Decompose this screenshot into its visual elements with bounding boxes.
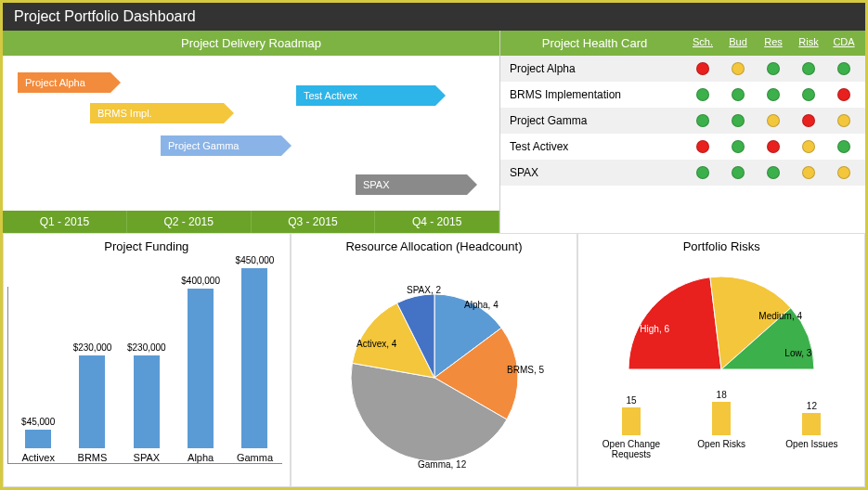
risk-bar-label: Open Issues (774, 439, 849, 459)
risk-bar-value: 15 (626, 395, 636, 406)
funding-title: Project Funding (4, 239, 290, 253)
bar-label: Activex (15, 452, 61, 463)
risks-gauge: High, 6 Medium, 4 Low, 3 (586, 263, 857, 383)
pie-label: BRMS, 5 (507, 365, 544, 375)
bar-value: $400,000 (181, 276, 220, 286)
quarter: Q1 - 2015 (3, 211, 127, 233)
gantt-bar-gamma: Project Gamma (161, 135, 281, 156)
bar-label: SPAX (123, 452, 170, 463)
status-dot (837, 166, 850, 179)
quarter: Q3 - 2015 (252, 211, 376, 233)
hc-project-name: Project Gamma (504, 114, 685, 127)
risk-bar: 12 (774, 401, 849, 435)
status-dot (802, 62, 815, 75)
status-dot (837, 88, 850, 101)
roadmap-title: Project Delivery Roadmap (3, 31, 499, 56)
gantt-bar-alpha: Project Alpha (18, 72, 110, 93)
status-dot (837, 62, 850, 75)
hc-col[interactable]: Sch. (685, 36, 720, 50)
status-dot (696, 166, 709, 179)
status-dot (767, 114, 780, 127)
risk-bar-value: 18 (717, 390, 727, 400)
status-dot (767, 140, 780, 153)
resource-title: Resource Allocation (Headcount) (291, 239, 577, 253)
pie-label: SPAX, 2 (407, 285, 441, 295)
healthcard-title: Project Health Card (504, 36, 685, 50)
risk-bar: 15 (594, 395, 668, 435)
pie-label: Gamma, 12 (418, 459, 467, 470)
hc-row: BRMS Implementation (500, 82, 865, 108)
bar-value: $45,000 (21, 417, 55, 427)
hc-project-name: SPAX (504, 166, 685, 179)
hc-row: Project Alpha (500, 56, 865, 82)
resource-panel: Resource Allocation (Headcount) Alpha, 4… (291, 233, 578, 487)
hc-row: SPAX (500, 160, 865, 186)
bar-label: Gamma (231, 452, 278, 463)
risks-panel: Portfolio Risks High, 6 Medium, 4 Low, 3… (577, 233, 865, 487)
hc-col[interactable]: Bud (720, 36, 756, 50)
hc-project-name: Project Alpha (504, 62, 685, 75)
gantt-bar-activex: Test Activex (296, 85, 435, 106)
status-dot (696, 114, 709, 127)
roadmap-panel: Project Delivery Roadmap Project Alpha B… (3, 31, 500, 233)
risk-bar-value: 12 (807, 401, 817, 411)
hc-row: Test Activex (500, 134, 865, 160)
status-dot (767, 62, 780, 75)
status-dot (732, 62, 745, 75)
pie-label: Alpha, 4 (464, 300, 499, 310)
bar-label: Alpha (177, 452, 224, 463)
hc-project-name: Test Activex (504, 140, 685, 153)
funding-chart: $45,000$230,000$230,000$400,000$450,000 … (4, 259, 290, 486)
status-dot (696, 62, 709, 75)
gantt-bar-spax: SPAX (356, 174, 467, 195)
hc-row: Project Gamma (500, 108, 865, 134)
gauge-label-high: High, 6 (640, 324, 669, 334)
status-dot (837, 140, 850, 153)
status-dot (802, 166, 815, 179)
page-title: Project Portfolio Dashboard (3, 3, 865, 31)
gantt-bar-brms: BRMS Impl. (90, 103, 224, 123)
funding-bar: $400,000 (177, 276, 224, 448)
risks-title: Portfolio Risks (578, 239, 864, 253)
gauge-label-medium: Medium, 4 (758, 311, 802, 321)
healthcard-panel: Project Health Card Sch. Bud Res Risk CD… (500, 31, 865, 233)
status-dot (732, 166, 745, 179)
status-dot (732, 114, 745, 127)
risk-bar-label: Open Change Requests (594, 439, 668, 459)
bar-value: $230,000 (127, 342, 166, 353)
hc-col[interactable]: CDA (826, 36, 862, 50)
quarters-row: Q1 - 2015 Q2 - 2015 Q3 - 2015 Q4 - 2015 (3, 211, 499, 233)
funding-bar: $45,000 (15, 417, 61, 448)
bar-value: $450,000 (236, 255, 275, 265)
status-dot (696, 88, 709, 101)
gantt-chart: Project Alpha BRMS Impl. Project Gamma T… (3, 56, 499, 211)
quarter: Q4 - 2015 (375, 211, 499, 233)
gauge-label-low: Low, 3 (784, 348, 811, 358)
risk-bar-label: Open Risks (684, 439, 758, 459)
funding-bar: $230,000 (69, 342, 115, 448)
funding-bar: $230,000 (123, 342, 170, 448)
funding-panel: Project Funding $45,000$230,000$230,000$… (3, 233, 291, 487)
hc-col[interactable]: Risk (791, 36, 826, 50)
bar-label: BRMS (69, 452, 115, 463)
status-dot (802, 140, 815, 153)
risk-bar: 18 (684, 390, 758, 435)
status-dot (696, 140, 709, 153)
status-dot (802, 114, 815, 127)
status-dot (732, 88, 745, 101)
quarter: Q2 - 2015 (127, 211, 252, 233)
status-dot (767, 88, 780, 101)
resource-pie: Alpha, 4BRMS, 5Gamma, 12Activex, 4SPAX, … (291, 259, 577, 486)
pie-label: Activex, 4 (356, 339, 397, 349)
hc-col[interactable]: Res (756, 36, 791, 50)
status-dot (732, 140, 745, 153)
status-dot (837, 114, 850, 127)
status-dot (767, 166, 780, 179)
funding-bar: $450,000 (231, 255, 278, 448)
status-dot (802, 88, 815, 101)
bar-value: $230,000 (73, 342, 112, 353)
hc-project-name: BRMS Implementation (504, 88, 685, 101)
